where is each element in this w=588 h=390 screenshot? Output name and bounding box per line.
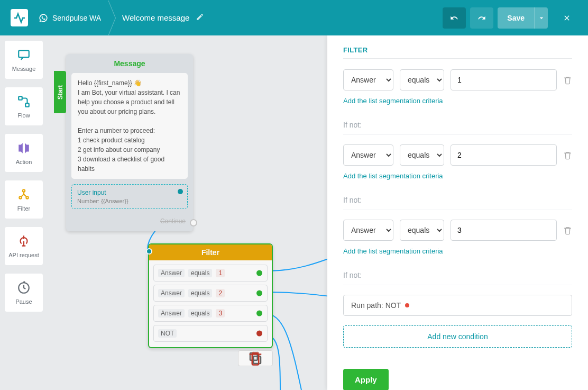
- api-icon: [15, 234, 32, 249]
- delete-condition-button[interactable]: [563, 151, 572, 160]
- if-not-label-final: If not:: [343, 271, 572, 285]
- condition-operator-select[interactable]: equals: [400, 144, 444, 166]
- undo-icon: [450, 14, 458, 22]
- run-path-value: NOT: [385, 301, 401, 310]
- bot-name-text: Sendpulse WA: [52, 14, 101, 22]
- flow-name[interactable]: Welcome message: [122, 13, 204, 23]
- whatsapp-icon: [39, 13, 48, 23]
- filter-config-panel: FILTER AnswerequalsAdd the list segmenta…: [327, 35, 588, 390]
- sidebar-item-api-request[interactable]: API request: [5, 227, 43, 265]
- apply-button[interactable]: Apply: [343, 369, 389, 390]
- sidebar-item-message[interactable]: Message: [5, 41, 43, 79]
- add-segmentation-link[interactable]: Add the list segmentation criteria: [343, 97, 443, 105]
- condition-operator-select[interactable]: equals: [400, 69, 444, 90]
- condition-value-input[interactable]: [451, 220, 557, 241]
- svg-rect-2: [19, 50, 29, 57]
- chevron-down-icon: [537, 14, 546, 22]
- breadcrumb-separator: [101, 0, 122, 35]
- redo-icon: [477, 14, 486, 22]
- svg-rect-4: [25, 103, 29, 107]
- undo-button[interactable]: [443, 7, 466, 29]
- condition-row: Answerequals: [343, 144, 572, 166]
- condition-value-input[interactable]: [451, 144, 557, 166]
- condition-operator-select[interactable]: equals: [400, 220, 444, 241]
- condition-field-select[interactable]: Answer: [343, 69, 393, 90]
- condition-row: Answerequals: [343, 69, 572, 90]
- element-sidebar: MessageFlowActionFilterAPI requestPause: [0, 35, 48, 390]
- header-actions: Save: [443, 7, 577, 29]
- redo-button[interactable]: [470, 7, 493, 29]
- condition-field-select[interactable]: Answer: [343, 220, 393, 241]
- condition-row: Answerequals: [343, 220, 572, 241]
- add-segmentation-link[interactable]: Add the list segmentation criteria: [343, 172, 443, 180]
- svg-point-7: [26, 196, 28, 198]
- svg-point-6: [19, 196, 21, 198]
- close-icon: [563, 14, 571, 22]
- delete-condition-button[interactable]: [563, 76, 572, 85]
- filter-icon: [15, 187, 32, 202]
- svg-point-5: [23, 189, 25, 192]
- run-path-dot: [405, 303, 409, 307]
- delete-condition-button[interactable]: [563, 226, 572, 235]
- run-path-prefix: Run path:: [351, 301, 383, 310]
- sidebar-item-action[interactable]: Action: [5, 134, 43, 172]
- sidebar-item-label: Flow: [17, 112, 30, 119]
- panel-title: FILTER: [343, 46, 572, 59]
- add-condition-button[interactable]: Add new condition: [343, 325, 572, 348]
- action-icon: [15, 141, 32, 156]
- sidebar-item-label: Message: [12, 66, 36, 72]
- if-not-label: If not:: [343, 121, 572, 135]
- bot-name[interactable]: Sendpulse WA: [39, 13, 101, 23]
- sidebar-item-label: Pause: [15, 298, 32, 305]
- save-dropdown-button[interactable]: [534, 7, 548, 29]
- message-icon: [15, 48, 32, 62]
- pulse-icon: [13, 12, 26, 24]
- save-button[interactable]: Save: [498, 7, 534, 29]
- sidebar-item-filter[interactable]: Filter: [5, 180, 43, 219]
- close-button[interactable]: [556, 7, 577, 29]
- flow-name-text: Welcome message: [122, 13, 189, 22]
- header: Sendpulse WA Welcome message Save: [0, 0, 588, 35]
- edit-icon[interactable]: [196, 13, 204, 23]
- flow-icon: [15, 94, 32, 109]
- app-logo[interactable]: [11, 9, 28, 26]
- add-segmentation-link[interactable]: Add the list segmentation criteria: [343, 247, 443, 255]
- svg-rect-3: [19, 96, 22, 100]
- trash-icon: [563, 151, 572, 160]
- trash-icon: [563, 76, 572, 85]
- sidebar-item-label: API request: [8, 252, 39, 258]
- sidebar-item-label: Filter: [17, 205, 30, 212]
- sidebar-item-pause[interactable]: Pause: [5, 274, 43, 312]
- condition-field-select[interactable]: Answer: [343, 144, 393, 166]
- sidebar-item-flow[interactable]: Flow: [5, 87, 43, 125]
- sidebar-item-label: Action: [16, 159, 32, 165]
- run-path-row[interactable]: Run path: NOT: [343, 295, 572, 316]
- trash-icon: [563, 226, 572, 235]
- if-not-label: If not:: [343, 196, 572, 210]
- pause-icon: [15, 280, 32, 295]
- condition-value-input[interactable]: [451, 69, 557, 90]
